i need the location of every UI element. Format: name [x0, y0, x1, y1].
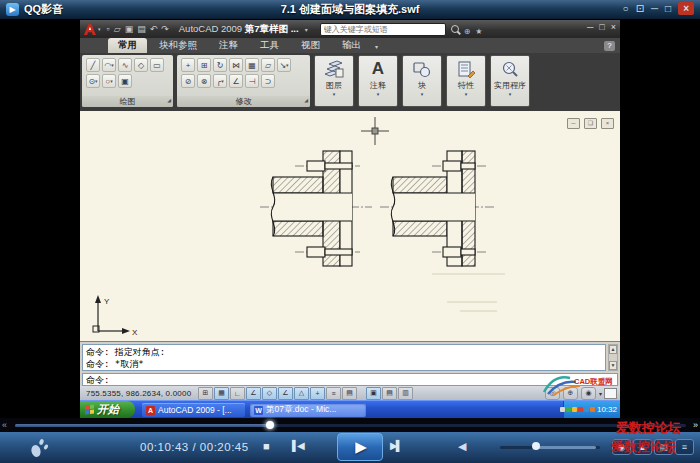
previous-button[interactable]: ▌◀ — [292, 440, 303, 451]
auto-scale-icon[interactable]: ◉ — [581, 387, 596, 400]
seek-bar[interactable] — [15, 424, 686, 427]
fillet-tool-icon[interactable]: ╭▾ — [213, 74, 227, 88]
utilities-panel-button[interactable]: 实用程序▾ — [490, 55, 530, 107]
quick-properties-toggle[interactable]: ▤ — [342, 387, 357, 400]
next-button[interactable]: ▶▌ — [390, 440, 401, 451]
dyn-toggle[interactable]: + — [310, 387, 325, 400]
polar-toggle[interactable]: ∠ — [246, 387, 261, 400]
dropdown-chevron-icon[interactable]: ▾ — [421, 90, 424, 98]
ducs-toggle[interactable]: △ — [294, 387, 309, 400]
tray-clock[interactable]: 10:32 — [597, 405, 617, 414]
clean-screen-icon[interactable] — [604, 388, 617, 399]
arc-tool-icon[interactable]: ◠▾ — [102, 58, 116, 72]
region-tool-icon[interactable]: ▣ — [118, 74, 132, 88]
volume-icon[interactable]: ◀ — [458, 440, 466, 453]
panel-expand-icon[interactable]: ◢ — [167, 95, 171, 106]
tray-icon[interactable] — [590, 407, 595, 412]
play-button[interactable]: ▶ — [337, 433, 383, 461]
doc-close-icon[interactable]: × — [601, 118, 614, 129]
line-tool-icon[interactable]: ╱ — [86, 58, 100, 72]
screenshot-button[interactable]: ◉ — [612, 439, 631, 455]
array-tool-icon[interactable]: ▦ — [245, 58, 259, 72]
ortho-toggle[interactable]: ∟ — [230, 387, 245, 400]
lineweight-toggle[interactable]: ≡ — [326, 387, 341, 400]
panel-expand-icon[interactable]: ◢ — [304, 95, 308, 106]
scale-tool-icon[interactable]: ▱ — [261, 58, 275, 72]
otrack-toggle[interactable]: ∠ — [278, 387, 293, 400]
save-icon[interactable]: ▣ — [125, 22, 134, 36]
stop-button[interactable]: ■ — [263, 440, 270, 452]
tab-output[interactable]: 输出 — [332, 38, 371, 53]
volume-slider[interactable] — [500, 446, 600, 449]
taskbar-item-autocad[interactable]: A AutoCAD 2009 - [... — [142, 403, 245, 417]
dropdown-chevron-icon[interactable]: ▾ — [377, 90, 380, 98]
doc-restore-icon[interactable]: ❏ — [584, 118, 597, 129]
volume-handle[interactable] — [532, 442, 540, 450]
annotation-visibility-icon[interactable]: ⊕ — [563, 387, 578, 400]
plot-icon[interactable]: ▤ — [137, 22, 146, 36]
tray-icon[interactable] — [572, 407, 577, 412]
tab-tools[interactable]: 工具 — [250, 38, 289, 53]
tray-icon[interactable] — [560, 407, 565, 412]
ribbon-options-chevron-icon[interactable]: ▾ — [373, 43, 382, 53]
scroll-up-icon[interactable]: ▲ — [609, 345, 617, 354]
command-scrollbar[interactable]: ▲ ▼ — [608, 344, 618, 371]
feedback-icon[interactable]: ○ — [623, 2, 629, 15]
playlist-button[interactable]: ▤ — [654, 439, 673, 455]
tab-view[interactable]: 视图 — [291, 38, 330, 53]
new-icon[interactable]: ▫ — [107, 22, 110, 36]
layout2-button[interactable]: ▥ — [398, 387, 413, 400]
tab-home[interactable]: 常用 — [108, 38, 147, 53]
start-button[interactable]: 开始 — [80, 401, 135, 418]
polyline-tool-icon[interactable]: ∿ — [118, 58, 132, 72]
minimize-icon[interactable]: ─ — [587, 22, 593, 32]
explode-tool-icon[interactable]: ⊗ — [197, 74, 211, 88]
dropdown-chevron-icon[interactable]: ▾ — [509, 90, 512, 98]
maximize-icon[interactable]: □ — [665, 2, 671, 15]
rotate-tool-icon[interactable]: ↻ — [213, 58, 227, 72]
dropdown-chevron-icon[interactable]: ▾ — [465, 90, 468, 98]
model-button[interactable]: ▣ — [366, 387, 381, 400]
osnap-toggle[interactable]: ◇ — [262, 387, 277, 400]
undo-icon[interactable]: ↶ — [150, 22, 158, 36]
copy-tool-icon[interactable]: ⊞ — [197, 58, 211, 72]
drawing-area[interactable]: Y X ─ ❏ × — [80, 111, 620, 341]
autocad-logo-icon[interactable]: ▾ — [82, 23, 101, 36]
search-icon[interactable] — [451, 25, 459, 33]
tab-blocks-and-references[interactable]: 块和参照 — [149, 38, 207, 53]
tab-annotate[interactable]: 注释 — [209, 38, 248, 53]
fast-forward-icon[interactable]: » — [693, 420, 698, 430]
properties-panel-button[interactable]: 特性▾ — [446, 55, 486, 107]
statusbar-menu-chevron-icon[interactable]: ▾ — [599, 390, 602, 397]
dropdown-chevron-icon[interactable]: ▾ — [333, 90, 336, 98]
open-file-button[interactable]: ▲ — [633, 439, 652, 455]
stretch-tool-icon[interactable]: ↘▾ — [277, 58, 291, 72]
open-icon[interactable]: ▱ — [114, 22, 121, 36]
mirror-tool-icon[interactable]: ⋈ — [229, 58, 243, 72]
modify-panel-title[interactable]: 修改 ◢ — [177, 96, 310, 107]
scroll-down-icon[interactable]: ▼ — [609, 361, 617, 370]
settings-button[interactable]: ≡ — [675, 439, 694, 455]
circle-tool-icon[interactable]: ⊙▾ — [86, 74, 100, 88]
command-history[interactable]: 命令: 指定对角点: 命令: *取消* — [82, 344, 606, 371]
annotation-scale-icon[interactable]: ◎ — [545, 387, 560, 400]
seek-handle[interactable] — [266, 421, 274, 429]
communication-center-icon[interactable]: ⊕ — [464, 27, 471, 36]
rewind-icon[interactable]: « — [2, 420, 7, 430]
help-icon[interactable]: ? — [604, 41, 615, 51]
coordinate-display[interactable]: 755.5355, 986.2634, 0.0000 — [86, 389, 198, 398]
restore-icon[interactable]: □ — [599, 22, 604, 32]
rectangle-tool-icon[interactable]: ▭ — [150, 58, 164, 72]
ellipse-tool-icon[interactable]: ○▾ — [102, 74, 116, 88]
annotation-panel-button[interactable]: A注释▾ — [358, 55, 398, 107]
chamfer-tool-icon[interactable]: ∠ — [229, 74, 243, 88]
tray-icon[interactable] — [566, 407, 571, 412]
command-input[interactable]: 命令: — [82, 373, 618, 386]
polygon-tool-icon[interactable]: ◇ — [134, 58, 148, 72]
move-tool-icon[interactable]: + — [181, 58, 195, 72]
taskbar-item-word-doc[interactable]: W 第07章.doc - Mic... — [250, 403, 366, 417]
layers-panel-button[interactable]: 图层▾ — [314, 55, 354, 107]
snap-toggle[interactable]: ⊞ — [198, 387, 213, 400]
redo-icon[interactable]: ↷ — [161, 22, 169, 36]
layout-button[interactable]: ▤ — [382, 387, 397, 400]
